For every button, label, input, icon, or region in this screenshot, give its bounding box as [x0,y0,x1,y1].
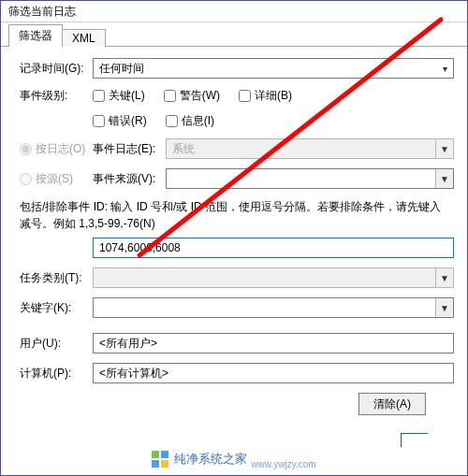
radio-bysource-input [20,173,32,185]
id-note: 包括/排除事件 ID: 输入 ID 号和/或 ID 范围，使用逗号分隔。若要排除… [20,198,454,232]
check-error-label: 错误(R) [109,113,147,129]
logged-value: 任何时间 [94,61,436,77]
chevron-down-icon: ▼ [435,298,453,317]
check-critical[interactable]: 关键(L) [93,88,145,104]
id-note-line2: 减号。例如 1,3,5-99,-76(N) [20,217,155,230]
check-verbose-label: 详细(B) [255,88,292,104]
watermark-url: www.ywjzy.com [251,459,315,471]
tab-xml[interactable]: XML [62,29,106,47]
check-warning[interactable]: 警告(W) [164,88,220,104]
eventlog-value: 系统 [167,141,435,157]
radio-bylog-label: 按日志(O) [36,141,85,157]
eventlog-label: 事件日志(E): [93,141,166,157]
check-verbose[interactable]: 详细(B) [239,88,292,104]
tab-filter-label: 筛选器 [19,29,52,42]
task-combo: ▼ [93,267,454,288]
computer-input[interactable] [93,363,454,383]
partial-button-fragment [401,433,428,447]
computer-label: 计算机(P): [20,366,93,382]
event-id-input[interactable] [93,238,454,258]
check-info-label: 信息(I) [182,113,214,129]
clear-button[interactable]: 清除(A) [358,393,426,415]
checkbox-critical[interactable] [93,90,105,102]
checkbox-error[interactable] [93,115,105,127]
user-input[interactable] [93,333,454,353]
radio-bylog: 按日志(O) [20,141,93,157]
check-critical-label: 关键(L) [109,88,145,104]
dialog-window: 筛选当前日志 筛选器 XML 记录时间(G): 任何时间 ▾ 事件级别: 关键(… [0,0,468,476]
radio-bysource: 按源(S) [20,171,93,187]
user-label: 用户(U): [20,336,93,352]
checkbox-warning[interactable] [164,90,176,102]
checkbox-info[interactable] [166,115,178,127]
clear-button-label: 清除(A) [373,397,411,411]
check-error[interactable]: 错误(R) [93,113,147,129]
eventlog-combo: 系统 ▼ [166,138,454,159]
id-note-line1: 包括/排除事件 ID: 输入 ID 号和/或 ID 范围，使用逗号分隔。若要排除… [20,200,441,213]
tab-filter[interactable]: 筛选器 [8,24,63,47]
keyword-combo[interactable]: ▼ [93,297,454,318]
task-label: 任务类别(T): [20,270,93,286]
tab-strip: 筛选器 XML [1,22,467,47]
eventsource-label: 事件来源(V): [93,171,166,187]
window-title: 筛选当前日志 [8,5,76,18]
check-info[interactable]: 信息(I) [166,113,214,129]
eventsource-combo[interactable]: ▼ [166,168,454,189]
title-bar: 筛选当前日志 [1,1,467,22]
watermark: 纯净系统之家 www.ywjzy.com [1,447,467,471]
form-area: 记录时间(G): 任何时间 ▾ 事件级别: 关键(L) 警告(W) [1,47,467,423]
watermark-logo-icon [152,451,168,468]
keyword-label: 关键字(K): [20,300,93,316]
watermark-text: 纯净系统之家 [174,451,247,468]
checkbox-verbose[interactable] [239,90,251,102]
chevron-down-icon: ▼ [435,139,453,158]
logged-label: 记录时间(G): [20,61,93,77]
chevron-down-icon: ▼ [435,268,453,287]
tab-xml-label: XML [72,32,95,45]
level-label: 事件级别: [20,88,93,104]
logged-combo[interactable]: 任何时间 ▾ [93,58,454,79]
radio-bylog-input [20,143,32,155]
chevron-down-icon: ▾ [436,59,453,78]
radio-bysource-label: 按源(S) [36,171,73,187]
chevron-down-icon: ▼ [435,169,453,188]
check-warning-label: 警告(W) [180,88,220,104]
